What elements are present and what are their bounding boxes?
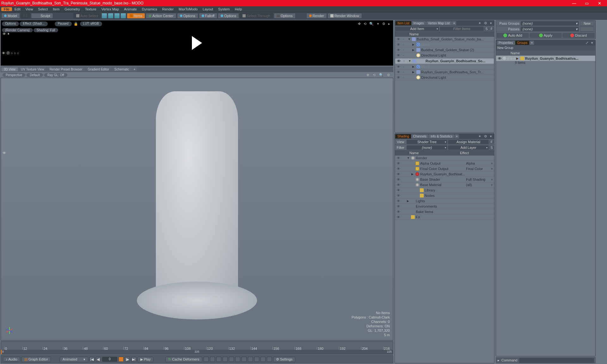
timeline[interactable]: 01224 364860 728496 108120132 144156168 …: [1, 341, 393, 355]
timeline-cursor[interactable]: [1, 350, 2, 354]
menu-vertexmap[interactable]: Vertex Map: [99, 7, 122, 11]
preview-paused[interactable]: Paused: [55, 21, 72, 26]
anim-tool11-icon[interactable]: [267, 357, 272, 362]
anim-tool3-icon[interactable]: [216, 357, 221, 362]
shader-row[interactable]: 👁 FX: [395, 215, 494, 220]
anim-tool5-icon[interactable]: [229, 357, 234, 362]
items-button[interactable]: Items: [127, 13, 145, 19]
tab-3d-view[interactable]: 3D View: [1, 67, 18, 71]
timeline-scrub[interactable]: 0 225 225: [1, 350, 393, 354]
anim-tool10-icon[interactable]: [261, 357, 266, 362]
menu-render[interactable]: Render: [160, 7, 176, 11]
passgroups-dropdown[interactable]: (none)▾: [521, 21, 579, 26]
menu-maxtomodo[interactable]: MaxToModo: [176, 7, 200, 11]
anim-tool4-icon[interactable]: [223, 357, 228, 362]
shader-row[interactable]: 👁 Nodes: [395, 193, 494, 198]
tab-render-preset[interactable]: Render Preset Browser: [47, 67, 85, 71]
anim-tool8-icon[interactable]: [248, 357, 253, 362]
sel-mode-mat-icon[interactable]: [120, 13, 126, 19]
options2-button[interactable]: Options: [218, 13, 239, 19]
assign-material-button[interactable]: Assign Material: [448, 140, 489, 144]
menu-layout[interactable]: Layout: [200, 7, 216, 11]
menu-view[interactable]: View: [23, 7, 36, 11]
axis-gizmo[interactable]: [5, 325, 17, 336]
anim-tool6-icon[interactable]: [235, 357, 240, 362]
select-through-button[interactable]: Select Through: [240, 13, 273, 19]
tab-add-shading[interactable]: +: [455, 134, 459, 138]
tab-vertex-map-list[interactable]: Vertex Map List: [426, 21, 452, 25]
settings-button[interactable]: ⚙Settings: [273, 357, 296, 362]
shader-row[interactable]: 👁 Final Color Output Final Color ▾: [395, 166, 494, 172]
preview-options[interactable]: Options: [2, 21, 19, 26]
timeline-ruler[interactable]: 01224 364860 728496 108120132 144156168 …: [1, 342, 393, 350]
auto-add-button[interactable]: Auto Add: [497, 33, 529, 38]
menu-geometry[interactable]: Geometry: [62, 7, 82, 11]
group-item[interactable]: 👁⦿ ○ ○ ○ ▶ Ruyilun_Guanyin_Bodhisattva..…: [496, 56, 595, 61]
panel-icons[interactable]: ✦ ⚙ ▾: [478, 134, 493, 138]
tab-groups[interactable]: Groups: [515, 41, 530, 45]
current-frame[interactable]: 0: [102, 357, 117, 362]
maximize-button[interactable]: ▭: [580, 0, 593, 6]
menu-texture[interactable]: Texture: [83, 7, 99, 11]
new-pass-button[interactable]: New: [580, 27, 594, 32]
discard-button[interactable]: Discard: [562, 33, 595, 38]
tab-add-groups[interactable]: +: [530, 41, 534, 45]
filter-items-input[interactable]: Filter Items: [440, 27, 484, 31]
graph-editor-button[interactable]: ▧Graph Editor: [21, 357, 51, 362]
tab-info[interactable]: Info & Statistics: [429, 134, 454, 138]
minimize-button[interactable]: —: [568, 0, 580, 6]
style-dropdown[interactable]: Default: [27, 73, 43, 77]
anim-tool1-icon[interactable]: [204, 357, 209, 362]
menu-file[interactable]: File: [1, 7, 12, 11]
autoselect-button[interactable]: Auto Select: [73, 13, 101, 19]
tab-schematic[interactable]: Schematic: [112, 67, 132, 71]
item-row[interactable]: 👁· ▶ Ruyilun_Guanyin_Bodhisattva_Son_Tr.…: [395, 70, 494, 75]
f3-button[interactable]: F3: [21, 13, 30, 19]
preview-effect[interactable]: Effect: (Shadi...: [20, 21, 47, 26]
preview-shading[interactable]: Shading: Full: [34, 28, 58, 32]
menu-help[interactable]: Help: [232, 7, 245, 11]
passes-dropdown[interactable]: (none)▾: [521, 27, 579, 31]
command-input[interactable]: [519, 358, 594, 363]
play-button[interactable]: ▶Play: [138, 357, 153, 362]
action-center-button[interactable]: ⊕Action Center: [146, 13, 176, 19]
groups-tree[interactable]: 👁⦿ ○ ○ ○ ▶ Ruyilun_Guanyin_Bodhisattva..…: [496, 56, 595, 356]
menu-system[interactable]: System: [216, 7, 232, 11]
item-tree[interactable]: 👁· ▼ Buddha_Small_Golden_Statue_modo_ba.…: [395, 37, 494, 132]
f-button[interactable]: F: [489, 140, 494, 144]
s-button[interactable]: S: [484, 27, 489, 31]
shader-row[interactable]: 👁 Library: [395, 188, 494, 193]
audio-button[interactable]: ♪Audio: [3, 357, 20, 362]
key-icon[interactable]: [119, 357, 124, 362]
animated-dropdown[interactable]: Animated▾: [60, 357, 88, 362]
shader-tree[interactable]: 👁 ▼ Render 👁 Alpha Output Alpha ▾👁 Final…: [395, 155, 494, 363]
new-group-button[interactable]: New Group: [496, 46, 595, 51]
render-window-button[interactable]: Render Window: [328, 13, 362, 19]
menu-edit[interactable]: Edit: [12, 7, 23, 11]
shader-row[interactable]: 👁 ▶ Ruyilun_Guanyin_Bodhisat...: [395, 172, 494, 177]
options3-button[interactable]: Options: [274, 13, 296, 19]
tab-images[interactable]: Images: [412, 21, 426, 25]
menu-animate[interactable]: Animate: [121, 7, 139, 11]
cache-deformers-button[interactable]: ↻Cache Deformers: [165, 357, 202, 362]
anim-tool9-icon[interactable]: [254, 357, 259, 362]
shader-tree-dropdown[interactable]: Shader Tree▾: [407, 140, 447, 144]
raygl-dropdown[interactable]: Ray GL: Off: [44, 73, 67, 77]
tab-gradient[interactable]: Gradient Editor: [85, 67, 112, 71]
add-layer-dropdown[interactable]: Add Layer▾: [448, 145, 489, 150]
viewport-tool-icons[interactable]: ✥ ⟲ 🔍 ⚙: [366, 73, 391, 77]
f-button[interactable]: F: [489, 27, 494, 31]
item-row[interactable]: 👁· Directional Light: [395, 53, 494, 58]
menu-dynamics[interactable]: Dynamics: [139, 7, 160, 11]
shader-row[interactable]: 👁 Base Shader Full Shading ▾: [395, 177, 494, 182]
menu-select[interactable]: Select: [35, 7, 50, 11]
step-back-icon[interactable]: ◀|: [96, 357, 101, 362]
step-fwd-icon[interactable]: |▶: [125, 357, 130, 362]
item-row[interactable]: 👁· ▶ Mesh: [395, 42, 494, 47]
new-passgroup-button[interactable]: New: [580, 21, 594, 26]
tab-item-list[interactable]: Item List: [395, 21, 411, 25]
tab-properties[interactable]: Properties: [497, 41, 515, 45]
panel-icons[interactable]: ✦ ⚙ ▾: [478, 21, 493, 25]
shader-row[interactable]: 👁 ▶ Lights: [395, 198, 494, 204]
options1-button[interactable]: Options: [177, 13, 198, 19]
